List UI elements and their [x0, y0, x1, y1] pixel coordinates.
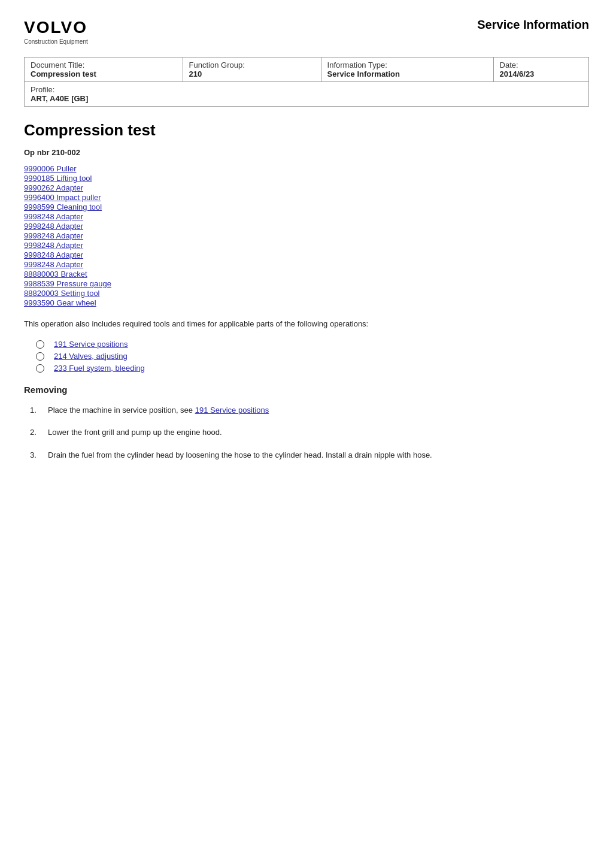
profile-label: Profile:	[31, 85, 582, 94]
tool-link[interactable]: 9990006 Puller	[24, 164, 76, 173]
info-type-value: Service Information	[327, 69, 487, 78]
date-label: Date:	[500, 61, 582, 69]
step-text: Place the machine in service position, s…	[48, 404, 589, 416]
info-type-cell: Information Type: Service Information	[321, 58, 493, 82]
tool-list-item: 9998248 Adapter	[24, 250, 589, 259]
step-number: 2.	[30, 427, 48, 438]
circle-bullet-icon	[36, 364, 44, 373]
page-title: Compression test	[24, 121, 589, 140]
step-text: Lower the front grill and pump up the en…	[48, 427, 589, 438]
related-op-link[interactable]: 191 Service positions	[54, 340, 128, 349]
tool-link[interactable]: 9998248 Adapter	[24, 222, 83, 231]
profile-value: ART, A40E [GB]	[31, 94, 582, 103]
tool-list-item: 9988539 Pressure gauge	[24, 279, 589, 288]
step-item: 3.Drain the fuel from the cylinder head …	[30, 449, 589, 461]
tool-link[interactable]: 88820003 Setting tool	[24, 289, 100, 298]
op-nbr: Op nbr 210-002	[24, 148, 589, 157]
tool-list-item: 9996400 Impact puller	[24, 193, 589, 202]
function-group-cell: Function Group: 210	[183, 58, 321, 82]
tool-list-item: 9998248 Adapter	[24, 260, 589, 269]
service-info-title: Service Information	[477, 18, 589, 32]
function-group-label: Function Group:	[189, 61, 315, 69]
tool-link[interactable]: 9990185 Lifting tool	[24, 174, 92, 183]
doc-title-cell: Document Title: Compression test	[25, 58, 183, 82]
tool-list-item: 88880003 Bracket	[24, 270, 589, 279]
tool-list-item: 9990262 Adapter	[24, 183, 589, 192]
logo-subtitle: Construction Equipment	[24, 38, 88, 45]
step-text: Drain the fuel from the cylinder head by…	[48, 449, 589, 461]
tool-link[interactable]: 9998248 Adapter	[24, 231, 83, 240]
tool-link[interactable]: 9998248 Adapter	[24, 212, 83, 221]
description-text: This operation also includes required to…	[24, 318, 589, 330]
tool-list-item: 9993590 Gear wheel	[24, 298, 589, 307]
related-op-link[interactable]: 214 Valves, adjusting	[54, 352, 128, 361]
step-number: 3.	[30, 449, 48, 461]
tool-list-item: 9998248 Adapter	[24, 231, 589, 240]
date-cell: Date: 2014/6/23	[493, 58, 588, 82]
tools-list: 9990006 Puller9990185 Lifting tool999026…	[24, 164, 589, 307]
tool-list-item: 88820003 Setting tool	[24, 289, 589, 298]
tool-link[interactable]: 9993590 Gear wheel	[24, 298, 96, 307]
logo-area: VOLVO Construction Equipment	[24, 18, 88, 45]
step-link[interactable]: 191 Service positions	[195, 406, 269, 415]
related-ops-list: 191 Service positions214 Valves, adjusti…	[36, 340, 589, 373]
circle-bullet-icon	[36, 352, 44, 361]
circle-bullet-icon	[36, 340, 44, 349]
tool-list-item: 9998248 Adapter	[24, 212, 589, 221]
volvo-logo: VOLVO	[24, 18, 88, 37]
tool-list-item: 9998599 Cleaning tool	[24, 202, 589, 211]
related-op-item: 191 Service positions	[36, 340, 589, 349]
related-op-link[interactable]: 233 Fuel system, bleeding	[54, 364, 145, 373]
doc-title-value: Compression test	[31, 69, 177, 78]
step-item: 1.Place the machine in service position,…	[30, 404, 589, 416]
page-header: VOLVO Construction Equipment Service Inf…	[24, 18, 589, 45]
tool-link[interactable]: 9990262 Adapter	[24, 183, 83, 192]
tool-list-item: 9998248 Adapter	[24, 222, 589, 231]
doc-title-label: Document Title:	[31, 61, 177, 69]
tool-list-item: 9990006 Puller	[24, 164, 589, 173]
related-op-item: 233 Fuel system, bleeding	[36, 364, 589, 373]
info-type-label: Information Type:	[327, 61, 487, 69]
tool-link[interactable]: 9998248 Adapter	[24, 260, 83, 269]
related-op-item: 214 Valves, adjusting	[36, 352, 589, 361]
tool-list-item: 9990185 Lifting tool	[24, 174, 589, 183]
steps-list: 1.Place the machine in service position,…	[30, 404, 589, 461]
tool-link[interactable]: 9998248 Adapter	[24, 250, 83, 259]
tool-link[interactable]: 9996400 Impact puller	[24, 193, 101, 202]
tool-link[interactable]: 88880003 Bracket	[24, 270, 87, 279]
step-number: 1.	[30, 404, 48, 416]
document-info-table: Document Title: Compression test Functio…	[24, 57, 589, 107]
tool-link[interactable]: 9988539 Pressure gauge	[24, 279, 111, 288]
tool-link[interactable]: 9998599 Cleaning tool	[24, 202, 102, 211]
tool-list-item: 9998248 Adapter	[24, 241, 589, 250]
date-value: 2014/6/23	[500, 69, 582, 78]
step-item: 2.Lower the front grill and pump up the …	[30, 427, 589, 438]
profile-cell: Profile: ART, A40E [GB]	[25, 82, 589, 107]
function-group-value: 210	[189, 69, 315, 78]
tool-link[interactable]: 9998248 Adapter	[24, 241, 83, 250]
removing-heading: Removing	[24, 385, 589, 395]
